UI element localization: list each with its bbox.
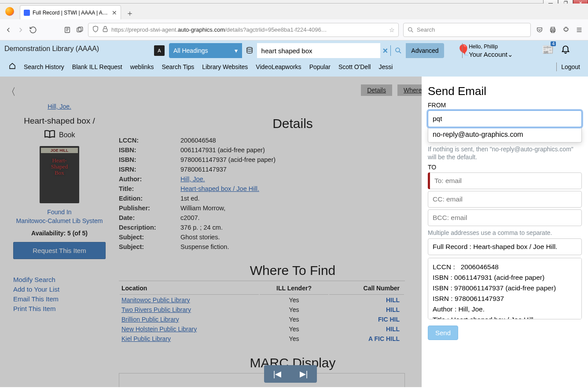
app-menu-icon[interactable] [575, 26, 584, 33]
extensions-icon[interactable] [562, 26, 570, 33]
user-account-block[interactable]: Hello, Phillip Your Account⌄ [462, 43, 513, 58]
address-bar[interactable]: https://preprod-stwi-agent.auto-graphics… [88, 23, 399, 37]
nav-reload-button[interactable] [29, 26, 37, 34]
svg-rect-3 [103, 29, 107, 32]
firefox-logo-icon [5, 7, 14, 16]
tab-close-icon[interactable]: ✕ [112, 9, 117, 16]
send-button[interactable]: Send [428, 326, 458, 340]
lock-icon[interactable] [102, 26, 109, 34]
record-content: 〈 Details Where To Find MARC Display Mor… [0, 77, 588, 387]
pager-next-button[interactable]: ▶| [290, 365, 317, 383]
nav-link[interactable]: Popular [309, 63, 331, 70]
advanced-search-button[interactable]: Advanced [406, 43, 444, 58]
your-account-label: Your Account [469, 51, 507, 58]
nav-link[interactable]: Jessi [379, 63, 393, 70]
reader-mode-icon[interactable] [63, 26, 71, 33]
search-logo-icon: A [154, 45, 165, 56]
url-pre: https://preprod-stwi-agent. [111, 26, 178, 33]
search-cluster: A All Headings ▾ × Advanced [154, 43, 444, 58]
nav-link[interactable]: Scott O'Dell [338, 63, 371, 70]
news-count-badge: 4 [551, 41, 556, 46]
header-nav: Search History Blank ILL Request weblink… [9, 62, 393, 71]
multi-addr-help: Multiple addresses use a comma to separa… [428, 229, 582, 237]
from-input[interactable] [428, 110, 582, 127]
from-autocomplete-option[interactable]: no-reply@auto-graphics.com [428, 127, 582, 143]
bell-icon[interactable] [561, 44, 570, 56]
chevron-down-icon: ⌄ [507, 51, 513, 58]
main-search-input[interactable] [257, 43, 380, 58]
browser-tab-active[interactable]: Full Record | STWI | AAAA | Aut… ✕ [20, 5, 121, 19]
bookmark-star-icon[interactable]: ☆ [389, 26, 395, 33]
send-email-panel: Send Email FROM no-reply@auto-graphics.c… [422, 77, 588, 387]
svg-point-9 [396, 48, 400, 52]
to-label: TO [428, 164, 582, 171]
nav-link[interactable]: Library Websites [202, 63, 248, 70]
nav-forward-button[interactable] [17, 26, 25, 34]
nav-link[interactable]: Search Tips [162, 63, 194, 70]
database-icon[interactable] [242, 47, 257, 55]
app-root: Demonstration Library (AAAA) A All Headi… [0, 40, 588, 388]
svg-point-4 [408, 27, 412, 31]
screenshot-icon[interactable] [76, 26, 84, 33]
cc-input[interactable] [428, 191, 582, 208]
nav-back-button[interactable] [4, 26, 12, 34]
print-icon[interactable] [548, 26, 557, 33]
to-required-indicator [428, 172, 430, 189]
hello-text: Hello, Phillip [469, 43, 513, 51]
pocket-icon[interactable] [535, 26, 544, 33]
browser-toolbar: https://preprod-stwi-agent.auto-graphics… [0, 19, 588, 40]
magnifier-icon [407, 26, 414, 33]
pager-first-button[interactable]: |◀ [264, 365, 290, 383]
url-text: https://preprod-stwi-agent.auto-graphics… [111, 26, 386, 33]
logout-link[interactable]: Logout [556, 62, 580, 71]
tab-favicon-icon [24, 10, 30, 16]
chevron-down-icon: ▾ [235, 47, 238, 54]
window-titlebar: — ❐ ✕ [0, 0, 588, 4]
url-domain: auto-graphics.com [178, 26, 225, 33]
tracking-shield-icon[interactable] [92, 26, 99, 34]
tab-title: Full Record | STWI | AAAA | Aut… [33, 10, 109, 16]
search-clear-icon[interactable]: × [380, 46, 391, 56]
nav-link[interactable]: weblinks [130, 63, 154, 70]
from-label: FROM [428, 102, 582, 109]
browser-tabstrip: Full Record | STWI | AAAA | Aut… ✕ ＋ [0, 4, 588, 19]
url-post: /details?agctrlid=95ee8ba1-f224-4096… [225, 26, 327, 33]
record-pager: |◀ ▶| [264, 365, 317, 383]
bcc-input[interactable] [428, 209, 582, 226]
browser-searchbar[interactable]: Search [403, 23, 531, 37]
nav-link[interactable]: Blank ILL Request [72, 63, 122, 70]
subject-input[interactable] [428, 238, 582, 255]
svg-point-8 [247, 48, 252, 50]
to-input[interactable] [428, 172, 582, 189]
body-textarea[interactable] [428, 258, 582, 319]
from-help-text: If nothing is sent, then "no-reply@auto-… [428, 145, 582, 161]
nav-link[interactable]: VideoLeapworks [256, 63, 301, 70]
email-panel-title: Send Email [428, 84, 582, 98]
new-tab-button[interactable]: ＋ [124, 7, 136, 19]
library-name: Demonstration Library (AAAA) [4, 45, 99, 53]
search-placeholder: Search [417, 26, 435, 33]
home-icon[interactable] [9, 62, 16, 71]
app-header: Demonstration Library (AAAA) A All Headi… [0, 40, 588, 77]
search-submit-icon[interactable] [391, 47, 406, 55]
heading-select[interactable]: All Headings ▾ [169, 43, 242, 58]
heading-select-label: All Headings [173, 47, 208, 54]
nav-link[interactable]: Search History [24, 63, 64, 70]
